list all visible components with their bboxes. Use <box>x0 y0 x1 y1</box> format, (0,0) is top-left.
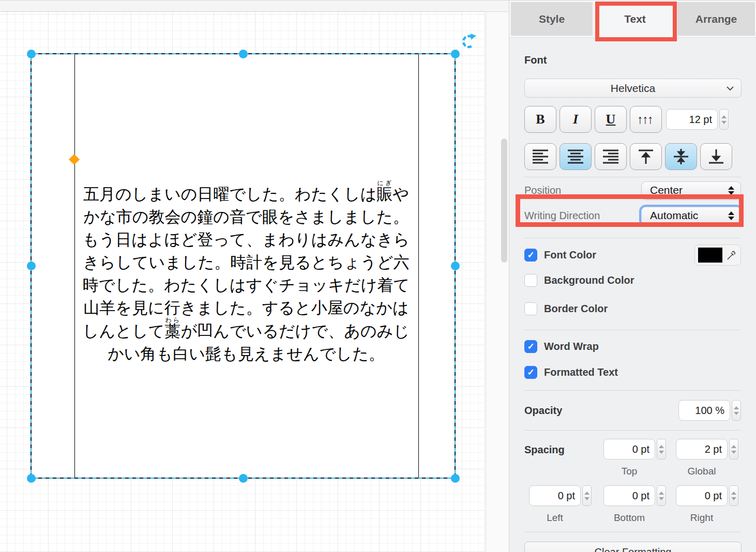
spacing-global-stepper[interactable] <box>729 439 738 459</box>
tab-text[interactable]: Text <box>594 1 676 38</box>
formatted-text-label: Formatted Text <box>544 366 618 378</box>
spacing-label: Spacing <box>524 444 565 456</box>
writing-direction-label: Writing Direction <box>524 210 600 222</box>
format-panel: Style Text Arrange Font Helvetica B I U … <box>509 1 756 552</box>
valign-top-button[interactable] <box>630 143 662 170</box>
bold-button[interactable]: B <box>524 106 556 133</box>
word-wrap-label: Word Wrap <box>544 341 599 352</box>
stepper-down-icon <box>721 121 727 124</box>
resize-handle-e[interactable] <box>451 262 460 270</box>
divider <box>524 390 741 391</box>
vertical-scrollbar[interactable] <box>501 139 507 263</box>
updown-arrows-icon <box>728 211 734 220</box>
spacing-bottom-stepper[interactable] <box>657 485 666 506</box>
font-family-select[interactable]: Helvetica <box>524 79 742 98</box>
align-right-button[interactable] <box>595 143 627 170</box>
writing-direction-value: Automatic <box>650 209 698 222</box>
shape-left-border <box>74 54 75 478</box>
resize-handle-nw[interactable] <box>27 50 36 58</box>
divider <box>524 532 741 532</box>
font-color-checkbox[interactable] <box>524 249 537 262</box>
valign-middle-button[interactable] <box>665 143 697 170</box>
shape-right-border <box>418 54 419 478</box>
resize-handle-ne[interactable] <box>451 50 460 58</box>
valign-bottom-button[interactable] <box>700 143 732 170</box>
spacing-global-caption: Global <box>676 466 728 477</box>
eyedropper-icon[interactable] <box>725 249 737 262</box>
spacing-top-field[interactable]: 0 pt <box>603 439 655 459</box>
position-select[interactable]: Center <box>641 181 741 200</box>
canvas-area[interactable]: 五月のしまいの日曜でした。わたくしは賑にぎやかな市の教会の鐘の音で眼をさましまし… <box>0 1 509 552</box>
spacing-global-field[interactable]: 2 pt <box>676 439 728 459</box>
resize-handle-w[interactable] <box>27 262 36 270</box>
spacing-left-caption: Left <box>529 512 581 524</box>
align-left-icon <box>532 149 549 164</box>
font-color-label: Font Color <box>544 249 596 261</box>
valign-bottom-icon <box>707 148 725 165</box>
divider <box>524 430 741 431</box>
valign-middle-icon <box>672 148 690 165</box>
format-tabbar: Style Text Arrange <box>509 1 756 38</box>
divider <box>524 177 741 177</box>
position-value: Center <box>650 184 683 196</box>
writing-direction-select[interactable]: Automatic <box>641 207 741 225</box>
tab-arrange[interactable]: Arrange <box>677 2 755 36</box>
divider <box>524 330 741 330</box>
word-wrap-checkbox[interactable] <box>524 340 537 353</box>
chevron-down-icon <box>726 86 734 91</box>
formatted-text-checkbox[interactable] <box>524 366 537 379</box>
tab-style[interactable]: Style <box>511 2 593 36</box>
italic-button[interactable]: I <box>560 106 592 133</box>
opacity-label: Opacity <box>524 405 562 417</box>
spacing-right-field[interactable]: 0 pt <box>676 485 728 506</box>
canvas-top-strip <box>0 1 509 12</box>
border-color-label: Border Color <box>544 303 608 315</box>
vertical-text-button[interactable]: ↑↑↑ <box>630 106 662 133</box>
spacing-right-stepper[interactable] <box>729 485 738 506</box>
resize-handle-se[interactable] <box>451 474 460 483</box>
spacing-left-stepper[interactable] <box>582 485 592 506</box>
opacity-field[interactable]: 100 % <box>678 400 730 421</box>
background-color-checkbox[interactable] <box>524 274 537 287</box>
underline-button[interactable]: U <box>595 106 627 133</box>
align-center-icon <box>567 149 584 164</box>
spacing-left-field[interactable]: 0 pt <box>529 485 581 506</box>
spacing-right-caption: Right <box>676 512 728 524</box>
font-section-title: Font <box>524 38 741 66</box>
resize-handle-sw[interactable] <box>27 474 36 483</box>
align-right-icon <box>602 149 619 164</box>
resize-handle-s[interactable] <box>239 474 248 483</box>
align-center-button[interactable] <box>560 143 592 170</box>
selected-text-shape[interactable]: 五月のしまいの日曜でした。わたくしは賑にぎやかな市の教会の鐘の音で眼をさましまし… <box>31 54 455 478</box>
font-size-field[interactable]: 12 pt <box>666 109 718 130</box>
background-color-label: Background Color <box>544 274 634 286</box>
spacing-top-caption: Top <box>603 466 655 477</box>
divider <box>524 238 741 238</box>
font-family-value: Helvetica <box>611 82 655 95</box>
valign-top-icon <box>637 148 655 165</box>
resize-handle-n[interactable] <box>239 50 248 58</box>
opacity-stepper[interactable] <box>732 400 741 421</box>
clear-formatting-button[interactable]: Clear Formatting <box>524 542 742 552</box>
border-color-checkbox[interactable] <box>524 302 537 315</box>
shape-text-wrap: 五月のしまいの日曜でした。わたくしは賑にぎやかな市の教会の鐘の音で眼をさましまし… <box>81 54 412 478</box>
spacing-top-stepper[interactable] <box>657 439 666 459</box>
spacing-bottom-caption: Bottom <box>603 512 655 524</box>
updown-arrows-icon <box>728 186 734 195</box>
font-size-stepper[interactable] <box>719 109 729 130</box>
stepper-down-icon <box>734 412 739 415</box>
drawio-text-format-window: 五月のしまいの日曜でした。わたくしは賑にぎやかな市の教会の鐘の音で眼をさましまし… <box>0 0 756 552</box>
font-color-swatch[interactable] <box>698 248 722 263</box>
font-color-swatch-box[interactable] <box>694 244 741 266</box>
position-label: Position <box>524 185 561 196</box>
rotate-icon[interactable] <box>460 33 477 49</box>
spacing-bottom-field[interactable]: 0 pt <box>603 485 655 506</box>
stepper-up-icon <box>721 115 727 118</box>
stepper-up-icon <box>734 406 739 409</box>
align-left-button[interactable] <box>524 143 556 170</box>
shape-text: 五月のしまいの日曜でした。わたくしは賑にぎやかな市の教会の鐘の音で眼をさましまし… <box>81 180 412 365</box>
